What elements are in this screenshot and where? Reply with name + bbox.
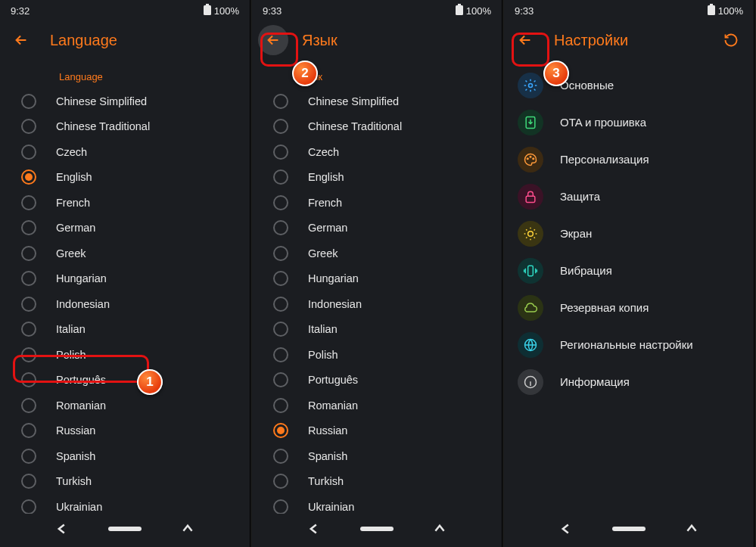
language-option[interactable]: Czech — [252, 139, 502, 165]
phone-pane-1: 9:32 100% Language Language Chinese Simp… — [0, 0, 250, 547]
radio-icon — [273, 297, 288, 312]
content: ОсновныеOTA и прошивкаПерсонализацияЗащи… — [504, 59, 754, 514]
radio-icon — [273, 246, 288, 261]
language-option[interactable]: Russian — [252, 418, 502, 444]
radio-icon — [21, 195, 36, 210]
svg-rect-2 — [458, 4, 461, 5]
status-bar: 9:33 100% — [504, 0, 754, 21]
language-option[interactable]: Turkish — [0, 469, 250, 495]
language-option[interactable]: English — [0, 165, 250, 191]
language-option[interactable]: Polish — [0, 342, 250, 368]
radio-icon — [21, 297, 36, 312]
page-title: Language — [50, 32, 117, 49]
language-option[interactable]: Romanian — [252, 393, 502, 418]
lock-icon — [518, 184, 543, 210]
language-option[interactable]: Indonesian — [0, 291, 250, 317]
language-label: Chinese Traditional — [56, 120, 150, 132]
nav-bar — [0, 514, 250, 547]
settings-item[interactable]: Экран — [504, 215, 754, 252]
language-option[interactable]: French — [252, 190, 502, 216]
settings-item[interactable]: Информация — [504, 363, 754, 400]
language-option[interactable]: German — [252, 216, 502, 241]
language-label: Indonesian — [308, 298, 362, 310]
nav-back[interactable] — [39, 517, 85, 541]
radio-icon — [273, 271, 288, 286]
battery-icon — [204, 4, 211, 17]
language-option[interactable]: Romanian — [0, 393, 250, 418]
language-option[interactable]: Russian — [0, 418, 250, 444]
radio-icon — [21, 347, 36, 362]
language-option[interactable]: Greek — [252, 241, 502, 266]
back-button[interactable] — [6, 25, 36, 55]
language-option[interactable]: Greek — [0, 241, 250, 266]
settings-item[interactable]: Региональные настройки — [504, 326, 754, 363]
settings-item[interactable]: Основные — [504, 67, 754, 104]
nav-home[interactable] — [102, 517, 148, 541]
language-option[interactable]: Indonesian — [252, 291, 502, 317]
svg-point-8 — [527, 157, 528, 159]
language-label: Chinese Traditional — [308, 120, 402, 132]
settings-item[interactable]: Защита — [504, 178, 754, 215]
language-option[interactable]: Hungarian — [252, 266, 502, 292]
language-label: English — [308, 171, 344, 183]
globe-icon — [518, 332, 543, 358]
language-option[interactable]: Spanish — [252, 443, 502, 469]
nav-recent[interactable] — [669, 517, 714, 541]
reset-button[interactable] — [716, 25, 746, 55]
battery-pct: 100% — [718, 5, 743, 17]
language-option[interactable]: Italian — [0, 317, 250, 343]
download-icon — [518, 110, 543, 135]
language-option[interactable]: Chinese Traditional — [0, 114, 250, 140]
language-option[interactable]: Polish — [252, 342, 502, 368]
settings-item[interactable]: Персонализация — [504, 141, 754, 178]
settings-list: ОсновныеOTA и прошивкаПерсонализацияЗащи… — [504, 64, 754, 400]
radio-icon — [273, 499, 288, 514]
language-option[interactable]: Português — [0, 368, 250, 393]
language-option[interactable]: Português — [252, 368, 502, 393]
language-option[interactable]: French — [0, 190, 250, 216]
back-button[interactable] — [258, 25, 288, 55]
settings-label: Информация — [560, 375, 630, 388]
nav-recent[interactable] — [165, 517, 210, 541]
language-option[interactable]: Ukrainian — [0, 494, 250, 514]
battery-icon — [708, 4, 715, 17]
settings-item[interactable]: OTA и прошивка — [504, 104, 754, 141]
language-label: Chinese Simplified — [56, 95, 147, 107]
settings-item[interactable]: Вибрация — [504, 252, 754, 289]
settings-item[interactable]: Резервная копия — [504, 289, 754, 326]
radio-icon — [21, 322, 36, 337]
radio-icon — [21, 94, 36, 109]
language-label: Romanian — [308, 399, 358, 412]
language-option[interactable]: Turkish — [252, 469, 502, 495]
language-option[interactable]: Chinese Traditional — [252, 114, 502, 140]
radio-icon — [21, 119, 36, 134]
nav-back[interactable] — [543, 517, 589, 541]
language-option[interactable]: Spanish — [0, 443, 250, 469]
radio-icon — [21, 271, 36, 286]
language-option[interactable]: Hungarian — [0, 266, 250, 292]
nav-recent[interactable] — [417, 517, 462, 541]
content: Language Chinese SimplifiedChinese Tradi… — [0, 59, 250, 514]
language-option[interactable]: Chinese Simplified — [252, 89, 502, 114]
radio-icon — [273, 322, 288, 337]
nav-home[interactable] — [354, 517, 400, 541]
cloud-icon — [518, 295, 543, 321]
language-option[interactable]: Czech — [0, 139, 250, 165]
language-option[interactable]: German — [0, 216, 250, 241]
language-option[interactable]: Italian — [252, 317, 502, 343]
language-label: Polish — [56, 349, 86, 361]
back-button[interactable] — [510, 25, 540, 55]
nav-back[interactable] — [291, 517, 337, 541]
radio-icon — [273, 449, 288, 464]
nav-bar — [504, 514, 754, 547]
language-option[interactable]: English — [252, 165, 502, 191]
nav-home[interactable] — [606, 517, 652, 541]
svg-point-10 — [533, 157, 534, 159]
language-label: Russian — [56, 424, 95, 437]
language-option[interactable]: Chinese Simplified — [0, 89, 250, 114]
language-label: Spanish — [308, 450, 347, 462]
radio-icon — [21, 449, 36, 464]
settings-label: Экран — [560, 227, 592, 240]
language-option[interactable]: Ukrainian — [252, 494, 502, 514]
sun-icon — [518, 221, 543, 247]
